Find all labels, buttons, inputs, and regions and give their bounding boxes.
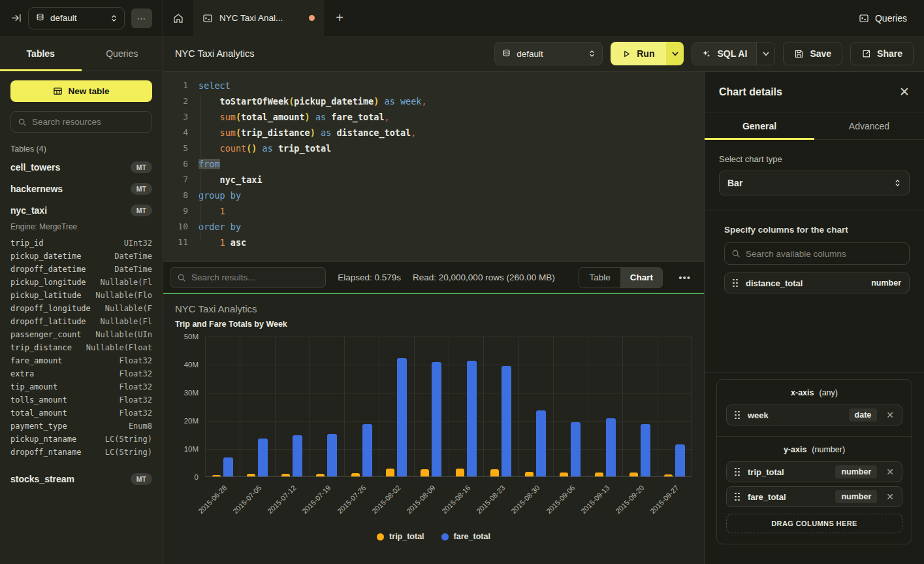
- x-axis-hint: (any): [819, 388, 837, 397]
- drag-handle-icon[interactable]: [735, 468, 740, 476]
- tables-list: cell_towersMThackernewsMTnyc_taxiMTEngin…: [0, 156, 163, 564]
- chart-details-title: Chart details: [719, 86, 782, 98]
- results-view-toggle: Table Chart: [579, 267, 663, 288]
- type-badge: number: [835, 490, 877, 503]
- available-columns-list: distance_totalnumber: [724, 273, 910, 293]
- sql-ai-button[interactable]: SQL AI: [692, 42, 756, 65]
- engine-badge: MT: [131, 473, 152, 485]
- main-area: NYC Taxi Anal... + Queries NYC Taxi Anal…: [163, 0, 924, 564]
- trip_total-bar: [490, 469, 499, 476]
- run-button[interactable]: Run: [611, 42, 666, 65]
- sql-ai-button-group: SQL AI: [692, 42, 775, 65]
- sidebar-tab-queries[interactable]: Queries: [82, 36, 163, 71]
- column-chip[interactable]: trip_totalnumber✕: [726, 461, 902, 482]
- share-button[interactable]: Share: [850, 42, 914, 65]
- fare_total-bar: [536, 410, 546, 476]
- y-tick-label: 40M: [184, 361, 199, 369]
- column-chip[interactable]: fare_totalnumber✕: [726, 486, 902, 507]
- sparkles-icon: [701, 49, 711, 59]
- legend-item[interactable]: fare_total: [441, 532, 490, 541]
- new-table-button[interactable]: New table: [10, 80, 152, 102]
- legend-item[interactable]: trip_total: [377, 532, 424, 541]
- sidebar-tab-tables[interactable]: Tables: [0, 36, 82, 71]
- sql-editor[interactable]: 1select2 toStartOfWeek(pickup_datetime) …: [163, 72, 704, 261]
- run-button-group: Run: [611, 42, 684, 65]
- fare_total-bar: [502, 366, 511, 476]
- new-tab-button[interactable]: +: [324, 0, 355, 36]
- column-row: pickup_latitudeNullable(Flo: [0, 289, 163, 302]
- legend-dot: [377, 533, 384, 540]
- code-line: 4 sum(trip_distance) as distance_total,: [171, 125, 704, 141]
- x-axis-section: x-axis(any) weekdate✕: [717, 380, 912, 436]
- sidebar-more-button[interactable]: ⋯: [131, 8, 152, 28]
- save-button[interactable]: Save: [783, 42, 842, 65]
- sidebar-tabs: Tables Queries: [0, 36, 163, 71]
- database-value: default: [50, 13, 105, 23]
- drag-columns-dropzone[interactable]: DRAG COLUMNS HERE: [726, 514, 902, 533]
- y-axis-hint: (number): [812, 445, 845, 454]
- chart-card: NYC Taxi Analytics Trip and Fare Totals …: [163, 293, 704, 564]
- column-chip[interactable]: weekdate✕: [726, 405, 902, 425]
- database-value: default: [517, 49, 583, 59]
- y-tick-label: 20M: [184, 417, 199, 425]
- column-chip[interactable]: distance_totalnumber: [724, 273, 910, 293]
- run-options-button[interactable]: [666, 42, 684, 65]
- column-row: pickup_longitudeNullable(Fl: [0, 276, 163, 289]
- results-more-button[interactable]: •••: [675, 272, 695, 283]
- toggle-chart[interactable]: Chart: [620, 268, 662, 288]
- remove-column-icon[interactable]: ✕: [885, 467, 894, 477]
- column-row: pickup_datetimeDateTime: [0, 250, 163, 263]
- fare_total-bar: [362, 424, 372, 476]
- drag-handle-icon[interactable]: [735, 411, 740, 420]
- app-root: default ⋯ Tables Queries New table Table…: [0, 0, 924, 564]
- fare_total-bar: [293, 435, 302, 476]
- column-row: extraFloat32: [0, 367, 163, 380]
- table-row[interactable]: nyc_taxiMT: [0, 199, 163, 221]
- bar-group: [553, 337, 588, 476]
- editor-tab[interactable]: NYC Taxi Anal...: [193, 0, 324, 36]
- collapse-sidebar-button[interactable]: [10, 12, 22, 24]
- tab-strip: NYC Taxi Anal... + Queries: [163, 0, 924, 36]
- remove-column-icon[interactable]: ✕: [885, 410, 894, 420]
- fare_total-bar: [675, 444, 685, 476]
- x-axis-label: x-axis: [791, 388, 814, 397]
- specify-columns-label: Specify columns for the chart: [719, 225, 910, 235]
- sql-ai-options-button[interactable]: [756, 42, 774, 65]
- table-row[interactable]: hackernewsMT: [0, 178, 163, 199]
- code-line: 10order by: [171, 219, 704, 235]
- sidebar: default ⋯ Tables Queries New table Table…: [0, 0, 163, 564]
- drag-handle-icon[interactable]: [733, 279, 738, 288]
- columns-search-input[interactable]: [746, 249, 902, 259]
- query-toolbar: NYC Taxi Analytics default Run: [163, 36, 924, 72]
- table-row[interactable]: stocks_streamMT: [0, 468, 163, 489]
- sidebar-search-input[interactable]: [32, 117, 148, 127]
- engine-badge: MT: [131, 183, 152, 195]
- table-row[interactable]: cell_towersMT: [0, 156, 163, 178]
- column-row: pickup_ntanameLC(String): [0, 433, 163, 446]
- trip_total-bar: [386, 469, 394, 476]
- bar-group: [483, 337, 518, 476]
- query-title: NYC Taxi Analytics: [175, 48, 486, 59]
- drag-handle-icon[interactable]: [735, 493, 740, 501]
- code-line: 11 1 asc: [171, 235, 704, 250]
- remove-column-icon[interactable]: ✕: [885, 491, 894, 502]
- trip_total-bar: [456, 469, 464, 476]
- results-search-input[interactable]: [191, 273, 319, 282]
- sidebar-database-selector[interactable]: default: [28, 7, 125, 29]
- close-panel-button[interactable]: ✕: [899, 86, 910, 98]
- tab-general[interactable]: General: [705, 112, 814, 139]
- queries-button[interactable]: Queries: [842, 0, 924, 36]
- sidebar-header: default ⋯: [0, 0, 163, 36]
- type-badge: date: [849, 408, 878, 422]
- toolbar-database-selector[interactable]: default: [494, 42, 603, 65]
- code-line: 2 toStartOfWeek(pickup_datetime) as week…: [171, 93, 704, 109]
- terminal-icon: [202, 13, 213, 24]
- toggle-table[interactable]: Table: [579, 268, 621, 288]
- tab-advanced[interactable]: Advanced: [814, 112, 924, 139]
- axes-section: x-axis(any) weekdate✕ y-axis(number) tri…: [705, 372, 924, 544]
- y-tick-label: 10M: [184, 445, 199, 453]
- editor-tab-title: NYC Taxi Anal...: [219, 13, 302, 23]
- chart-type-select[interactable]: Bar: [719, 171, 910, 195]
- column-row: tip_amountFloat32: [0, 380, 163, 393]
- home-button[interactable]: [163, 0, 193, 36]
